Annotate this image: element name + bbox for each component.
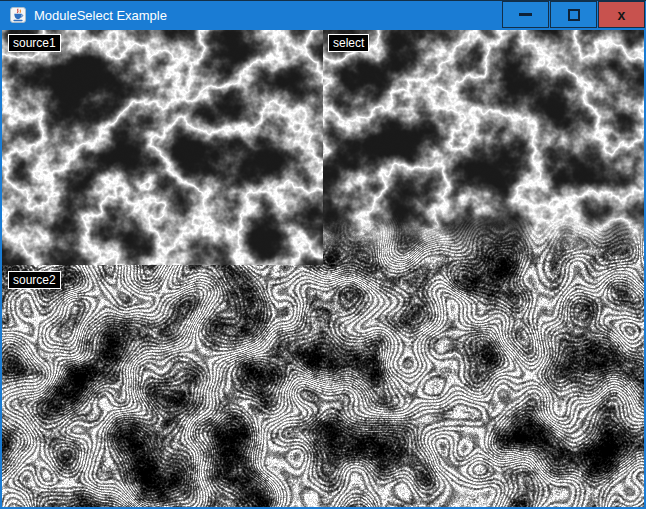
image-label-source2: source2	[8, 271, 61, 289]
app-window: ModuleSelect Example x source1 select so…	[0, 0, 646, 509]
noise-canvas	[2, 30, 644, 507]
window-controls: x	[501, 1, 645, 28]
minimize-button[interactable]	[502, 1, 549, 28]
minimize-icon	[519, 13, 532, 16]
image-label-source1: source1	[8, 34, 61, 52]
maximize-button[interactable]	[550, 1, 597, 28]
java-coffee-cup-icon	[10, 7, 26, 23]
image-label-select: select	[328, 34, 369, 52]
render-viewport: source1 select source2	[2, 30, 644, 507]
maximize-icon	[568, 9, 580, 21]
window-title: ModuleSelect Example	[34, 8, 167, 23]
close-button[interactable]: x	[598, 1, 645, 28]
close-icon: x	[618, 8, 626, 22]
title-bar[interactable]: ModuleSelect Example x	[0, 0, 646, 30]
